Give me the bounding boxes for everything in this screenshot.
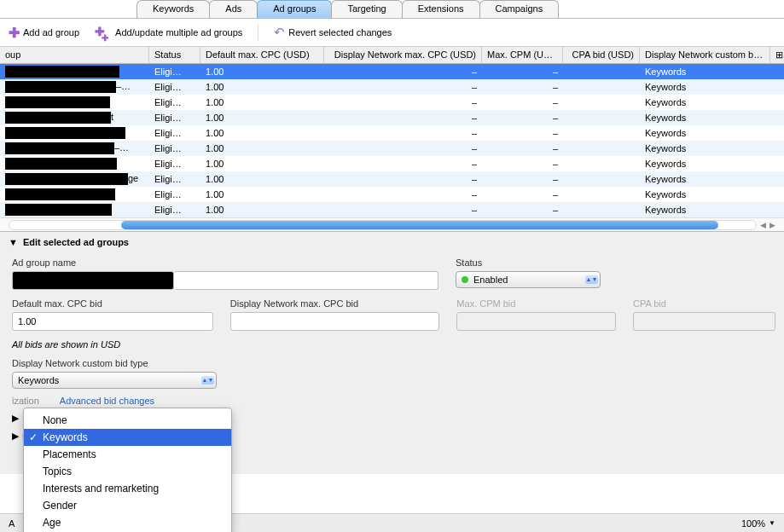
- chevron-right-icon: ▶: [12, 431, 19, 442]
- name-input-redacted[interactable]: [12, 271, 174, 290]
- add-multiple-label: Add/update multiple ad groups: [115, 27, 242, 38]
- cpa-label: CPA bid: [633, 298, 775, 309]
- advanced-bid-link[interactable]: Advanced bid changes: [60, 396, 154, 406]
- horizontal-scrollbar[interactable]: ◀ ▶: [0, 217, 784, 231]
- table-row[interactable]: –…Eligi…1.00––Keywords: [0, 141, 784, 156]
- status-value: Enabled: [473, 275, 508, 285]
- table-row[interactable]: tEligi…1.00––Keywords: [0, 110, 784, 125]
- bidtype-select[interactable]: Keywords ▲▼: [12, 372, 217, 389]
- main-tabs: Keywords Ads Ad groups Targeting Extensi…: [0, 0, 784, 19]
- bidtype-value: Keywords: [18, 375, 59, 385]
- cpc-label: Default max. CPC bid: [12, 298, 213, 309]
- col-config-icon[interactable]: ⊞: [770, 47, 784, 63]
- ad-groups-grid: oup Status Default max. CPC (USD) Displa…: [0, 47, 784, 217]
- bids-note: All bids are shown in USD: [12, 339, 775, 350]
- table-row[interactable]: Eligi…1.00––Keywords: [0, 187, 784, 202]
- grid-header: oup Status Default max. CPC (USD) Displa…: [0, 47, 784, 64]
- dropdown-item[interactable]: Topics: [24, 463, 231, 480]
- col-cpm[interactable]: Max. CPM (USD): [482, 47, 563, 63]
- select-caret-icon: ▲▼: [201, 376, 214, 385]
- tab-extensions[interactable]: Extensions: [402, 0, 480, 18]
- scroll-right-icon[interactable]: ▶: [769, 221, 775, 229]
- revert-icon: ↶: [274, 25, 285, 40]
- status-label: Status: [456, 257, 601, 268]
- chevron-right-icon: ▶: [12, 413, 19, 424]
- cpa-input: [633, 312, 775, 331]
- grid-body: Eligi…1.00––Keywords –…Eligi…1.00––Keywo…: [0, 64, 784, 217]
- dcpc-label: Display Network max. CPC bid: [230, 298, 440, 309]
- zoom-control[interactable]: 100% ▼: [741, 518, 775, 529]
- col-bidtype[interactable]: Display Network custom bid type: [640, 47, 770, 63]
- revert-button[interactable]: ↶ Revert selected changes: [274, 25, 392, 40]
- cpc-input[interactable]: [12, 312, 213, 331]
- edit-panel-title: Edit selected ad groups: [23, 237, 129, 247]
- tab-targeting[interactable]: Targeting: [331, 0, 402, 18]
- add-multiple-button[interactable]: ✚✚ Add/update multiple ad groups: [95, 25, 242, 41]
- dropdown-item[interactable]: Gender: [24, 497, 231, 514]
- tab-keywords[interactable]: Keywords: [136, 0, 210, 18]
- toolbar: ✚ Add ad group ✚✚ Add/update multiple ad…: [0, 19, 784, 47]
- add-ad-group-button[interactable]: ✚ Add ad group: [9, 25, 79, 41]
- scrollbar-track[interactable]: [9, 220, 757, 230]
- add-ad-group-label: Add ad group: [23, 27, 79, 38]
- table-row[interactable]: geEligi…1.00––Keywords: [0, 171, 784, 187]
- tab-ads[interactable]: Ads: [209, 0, 258, 18]
- bidtype-label: Display Network custom bid type: [12, 358, 217, 368]
- scroll-left-icon[interactable]: ◀: [760, 221, 766, 229]
- name-label: Ad group name: [12, 257, 438, 268]
- capitalization-partial: ization: [12, 396, 39, 406]
- dropdown-item[interactable]: Age: [24, 514, 231, 531]
- plus-icon: ✚: [9, 25, 20, 41]
- name-input[interactable]: [174, 271, 438, 290]
- dropdown-item[interactable]: Interests and remarketing: [24, 480, 231, 497]
- tab-ad-groups[interactable]: Ad groups: [257, 0, 332, 18]
- col-dcpc[interactable]: Display Network max. CPC (USD): [324, 47, 482, 63]
- revert-label: Revert selected changes: [288, 27, 392, 38]
- col-cpc[interactable]: Default max. CPC (USD): [200, 47, 324, 63]
- table-row[interactable]: Eligi…1.00––Keywords: [0, 125, 784, 141]
- plus-multi-icon: ✚✚: [95, 25, 112, 41]
- dropdown-item[interactable]: None: [24, 412, 231, 429]
- table-row[interactable]: Eligi…1.00––Keywords: [0, 95, 784, 110]
- scrollbar-thumb[interactable]: [121, 221, 718, 229]
- cpm-label: Max. CPM bid: [456, 298, 616, 309]
- table-row[interactable]: Eligi…1.00––Keywords: [0, 64, 784, 79]
- bidtype-dropdown: None✓KeywordsPlacementsTopicsInterests a…: [23, 408, 232, 532]
- cpm-input: [456, 312, 616, 331]
- table-row[interactable]: Eligi…1.00––Keywords: [0, 202, 784, 217]
- col-status[interactable]: Status: [149, 47, 200, 63]
- table-row[interactable]: –…Eligi…1.00––Keywords: [0, 79, 784, 95]
- dcpc-input[interactable]: [230, 312, 440, 331]
- divider: [258, 24, 258, 41]
- status-select[interactable]: Enabled ▲▼: [456, 271, 601, 288]
- tab-campaigns[interactable]: Campaigns: [479, 0, 560, 18]
- select-caret-icon: ▲▼: [585, 275, 598, 284]
- col-group[interactable]: oup: [0, 47, 149, 63]
- col-cpa[interactable]: CPA bid (USD): [563, 47, 640, 63]
- chevron-down-icon: ▼: [769, 519, 775, 527]
- dropdown-item[interactable]: ✓Keywords: [24, 429, 231, 446]
- disclosure-icon: ▼: [9, 237, 18, 247]
- zoom-value: 100%: [741, 518, 765, 529]
- status-dot-icon: [462, 276, 468, 283]
- dropdown-item[interactable]: Placements: [24, 446, 231, 463]
- table-row[interactable]: Eligi…1.00––Keywords: [0, 156, 784, 171]
- edit-panel-header[interactable]: ▼ Edit selected ad groups: [9, 237, 775, 247]
